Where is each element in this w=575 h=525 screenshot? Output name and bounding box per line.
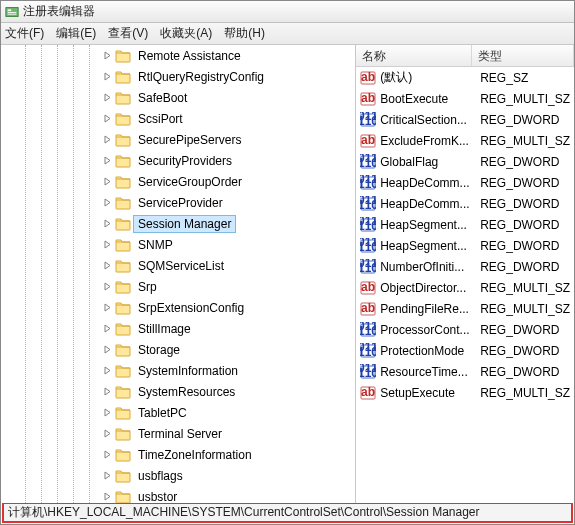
menu-favorites[interactable]: 收藏夹(A) <box>160 25 212 42</box>
column-header-type[interactable]: 类型 <box>472 45 574 66</box>
menu-edit[interactable]: 编辑(E) <box>56 25 96 42</box>
tree-item[interactable]: Srp <box>1 276 355 297</box>
expander-icon[interactable] <box>101 113 113 125</box>
expander-icon[interactable] <box>101 470 113 482</box>
expander-icon[interactable] <box>101 281 113 293</box>
list-row[interactable]: 011110HeapSegment...REG_DWORD <box>356 235 574 256</box>
column-header-name[interactable]: 名称 <box>356 45 472 66</box>
app-icon <box>5 5 19 19</box>
expander-icon[interactable] <box>101 260 113 272</box>
value-name: HeapDeComm... <box>380 197 476 211</box>
folder-icon <box>115 133 131 147</box>
tree-item-label: SQMServiceList <box>133 257 229 275</box>
tree-item[interactable]: usbstor <box>1 486 355 503</box>
tree-item[interactable]: SrpExtensionConfig <box>1 297 355 318</box>
tree-item[interactable]: StillImage <box>1 318 355 339</box>
list-row[interactable]: abSetupExecuteREG_MULTI_SZ <box>356 382 574 403</box>
list-row[interactable]: abExcludeFromK...REG_MULTI_SZ <box>356 130 574 151</box>
expander-icon[interactable] <box>101 155 113 167</box>
value-name: HeapSegment... <box>380 218 476 232</box>
expander-icon[interactable] <box>101 365 113 377</box>
list-body[interactable]: ab(默认)REG_SZabBootExecuteREG_MULTI_SZ011… <box>356 67 574 503</box>
tree-item[interactable]: Storage <box>1 339 355 360</box>
tree-item[interactable]: TimeZoneInformation <box>1 444 355 465</box>
value-name: (默认) <box>380 69 476 86</box>
tree-item[interactable]: usbflags <box>1 465 355 486</box>
tree-pane[interactable]: Remote AssistanceRtlQueryRegistryConfigS… <box>1 45 356 503</box>
tree-item[interactable]: Session Manager <box>1 213 355 234</box>
expander-icon[interactable] <box>101 218 113 230</box>
expander-icon[interactable] <box>101 92 113 104</box>
tree-item[interactable]: ServiceProvider <box>1 192 355 213</box>
list-row[interactable]: 011110HeapSegment...REG_DWORD <box>356 214 574 235</box>
tree-item[interactable]: RtlQueryRegistryConfig <box>1 66 355 87</box>
folder-icon <box>115 175 131 189</box>
tree-item[interactable]: SystemInformation <box>1 360 355 381</box>
tree-item[interactable]: SNMP <box>1 234 355 255</box>
list-row[interactable]: 011110HeapDeComm...REG_DWORD <box>356 172 574 193</box>
expander-icon[interactable] <box>101 491 113 503</box>
list-row[interactable]: 011110NumberOfIniti...REG_DWORD <box>356 256 574 277</box>
expander-icon[interactable] <box>101 344 113 356</box>
expander-icon[interactable] <box>101 449 113 461</box>
folder-icon <box>115 154 131 168</box>
folder-icon <box>115 490 131 504</box>
list-row[interactable]: 011110ProtectionModeREG_DWORD <box>356 340 574 361</box>
tree-item[interactable]: TabletPC <box>1 402 355 423</box>
value-name: HeapSegment... <box>380 239 476 253</box>
svg-text:ab: ab <box>361 70 375 84</box>
folder-icon <box>115 49 131 63</box>
list-row[interactable]: 011110ResourceTime...REG_DWORD <box>356 361 574 382</box>
value-type: REG_MULTI_SZ <box>480 302 570 316</box>
expander-icon[interactable] <box>101 50 113 62</box>
reg-string-icon: ab <box>360 91 376 107</box>
tree-item-label: SafeBoot <box>133 89 192 107</box>
value-type: REG_DWORD <box>480 218 570 232</box>
svg-text:110: 110 <box>360 366 376 380</box>
expander-icon[interactable] <box>101 71 113 83</box>
tree-item[interactable]: SafeBoot <box>1 87 355 108</box>
expander-icon[interactable] <box>101 176 113 188</box>
expander-icon[interactable] <box>101 386 113 398</box>
list-row[interactable]: 011110HeapDeComm...REG_DWORD <box>356 193 574 214</box>
list-row[interactable]: abPendingFileRe...REG_MULTI_SZ <box>356 298 574 319</box>
list-row[interactable]: abBootExecuteREG_MULTI_SZ <box>356 88 574 109</box>
list-row[interactable]: abObjectDirector...REG_MULTI_SZ <box>356 277 574 298</box>
tree-item[interactable]: SystemResources <box>1 381 355 402</box>
tree-item[interactable]: Terminal Server <box>1 423 355 444</box>
svg-text:110: 110 <box>360 177 376 191</box>
tree-item-label: RtlQueryRegistryConfig <box>133 68 269 86</box>
expander-icon[interactable] <box>101 323 113 335</box>
folder-icon <box>115 280 131 294</box>
value-type: REG_MULTI_SZ <box>480 92 570 106</box>
tree-item[interactable]: SecurityProviders <box>1 150 355 171</box>
tree-item[interactable]: SQMServiceList <box>1 255 355 276</box>
list-header: 名称 类型 <box>356 45 574 67</box>
svg-text:110: 110 <box>360 240 376 254</box>
expander-icon[interactable] <box>101 134 113 146</box>
list-row[interactable]: 011110CriticalSection...REG_DWORD <box>356 109 574 130</box>
list-row[interactable]: ab(默认)REG_SZ <box>356 67 574 88</box>
tree-item[interactable]: ScsiPort <box>1 108 355 129</box>
value-type: REG_DWORD <box>480 344 570 358</box>
expander-icon[interactable] <box>101 428 113 440</box>
expander-icon[interactable] <box>101 239 113 251</box>
menu-help[interactable]: 帮助(H) <box>224 25 265 42</box>
list-row[interactable]: 011110GlobalFlagREG_DWORD <box>356 151 574 172</box>
value-type: REG_DWORD <box>480 197 570 211</box>
folder-icon <box>115 196 131 210</box>
expander-icon[interactable] <box>101 197 113 209</box>
list-row[interactable]: 011110ProcessorCont...REG_DWORD <box>356 319 574 340</box>
reg-binary-icon: 011110 <box>360 364 376 380</box>
expander-icon[interactable] <box>101 407 113 419</box>
list-pane: 名称 类型 ab(默认)REG_SZabBootExecuteREG_MULTI… <box>356 45 574 503</box>
tree-item[interactable]: SecurePipeServers <box>1 129 355 150</box>
menu-file[interactable]: 文件(F) <box>5 25 44 42</box>
reg-binary-icon: 011110 <box>360 154 376 170</box>
tree-item[interactable]: ServiceGroupOrder <box>1 171 355 192</box>
folder-icon <box>115 301 131 315</box>
expander-icon[interactable] <box>101 302 113 314</box>
menu-view[interactable]: 查看(V) <box>108 25 148 42</box>
tree-item[interactable]: Remote Assistance <box>1 45 355 66</box>
svg-rect-3 <box>8 13 17 14</box>
